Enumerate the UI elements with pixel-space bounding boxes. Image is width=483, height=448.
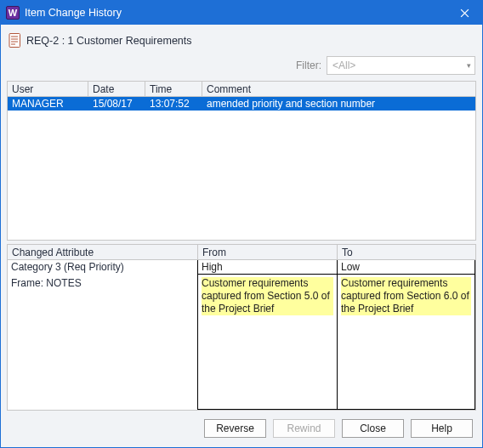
cell-to: Low [338,260,475,275]
window-title: Item Change History [25,7,446,19]
dialog-window: W Item Change History REQ-2 : 1 Customer… [0,0,483,448]
detail-row[interactable]: Frame: NOTES Customer requirements captu… [8,275,475,410]
cell-attr: Frame: NOTES [8,275,198,410]
filter-label: Filter: [296,60,321,71]
reverse-button[interactable]: Reverse [204,419,266,438]
svg-rect-0 [9,34,20,48]
col-to[interactable]: To [338,245,475,259]
cell-comment: amended priority and section number [202,97,475,111]
cell-from: High [198,260,338,275]
title-bar[interactable]: W Item Change History [1,1,482,25]
cell-user: MANAGER [8,97,88,111]
history-row[interactable]: MANAGER 15/08/17 13:07:52 amended priori… [8,97,475,111]
cell-time: 13:07:52 [145,97,202,111]
app-icon: W [6,6,20,20]
history-header: User Date Time Comment [8,82,475,97]
history-grid[interactable]: User Date Time Comment MANAGER 15/08/17 … [7,81,476,241]
filter-dropdown[interactable]: <All> ▾ [327,56,475,75]
detail-body: Category 3 (Req Priority) High Low Frame… [8,260,475,410]
col-comment[interactable]: Comment [202,82,475,96]
item-header: REQ-2 : 1 Customer Requirements [7,31,476,53]
detail-grid[interactable]: Changed Attribute From To Category 3 (Re… [7,244,476,411]
col-user[interactable]: User [8,82,88,96]
document-icon [9,33,21,48]
help-button[interactable]: Help [411,419,473,438]
detail-header: Changed Attribute From To [8,245,475,260]
highlight-to: Customer requirements captured from Sect… [341,277,471,315]
client-area: REQ-2 : 1 Customer Requirements Filter: … [1,25,482,447]
cell-to: Customer requirements captured from Sect… [338,275,475,410]
button-bar: Reverse Rewind Close Help [7,414,476,441]
col-time[interactable]: Time [145,82,202,96]
highlight-from: Customer requirements captured from Sect… [202,277,333,315]
cell-attr: Category 3 (Req Priority) [8,260,198,275]
col-date[interactable]: Date [88,82,145,96]
history-body: MANAGER 15/08/17 13:07:52 amended priori… [8,97,475,240]
chevron-down-icon: ▾ [467,61,471,70]
cell-date: 15/08/17 [88,97,145,111]
detail-row[interactable]: Category 3 (Req Priority) High Low [8,260,475,275]
rewind-button[interactable]: Rewind [273,419,335,438]
filter-row: Filter: <All> ▾ [7,56,476,77]
col-from[interactable]: From [198,245,338,259]
col-attribute[interactable]: Changed Attribute [8,245,198,259]
item-label: REQ-2 : 1 Customer Requirements [26,35,192,47]
filter-value: <All> [332,60,355,71]
close-button[interactable]: Close [342,419,404,438]
close-icon[interactable] [446,1,482,25]
cell-from: Customer requirements captured from Sect… [198,275,338,410]
